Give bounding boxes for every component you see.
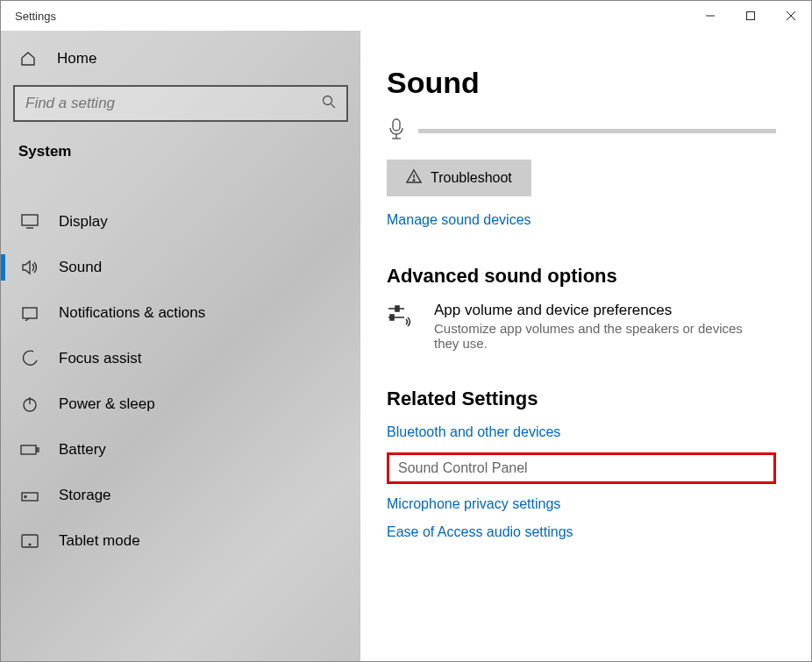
- sidebar-item-label: Focus assist: [59, 350, 141, 367]
- ease-of-access-audio-link[interactable]: Ease of Access audio settings: [387, 524, 776, 540]
- bluetooth-link[interactable]: Bluetooth and other devices: [387, 424, 776, 440]
- main-content: Sound Troubleshoot Manage sound devices …: [360, 31, 811, 661]
- svg-rect-17: [393, 119, 400, 131]
- sidebar-item-storage[interactable]: Storage: [1, 473, 360, 518]
- svg-rect-8: [23, 308, 37, 318]
- sidebar-item-label: Sound: [59, 259, 102, 276]
- sidebar-item-notifications[interactable]: Notifications & actions: [1, 290, 360, 336]
- svg-point-14: [25, 496, 26, 498]
- app-volume-pref[interactable]: App volume and device preferences Custom…: [387, 302, 776, 351]
- titlebar: Settings: [1, 1, 811, 31]
- search-box[interactable]: [13, 85, 348, 122]
- battery-icon: [20, 444, 39, 456]
- storage-icon: [20, 488, 39, 502]
- svg-rect-23: [395, 306, 399, 311]
- sidebar-item-label: Tablet mode: [59, 532, 140, 550]
- sidebar-item-display[interactable]: Display: [1, 199, 360, 245]
- display-icon: [20, 214, 39, 230]
- microphone-icon: [387, 117, 406, 144]
- pref-title: App volume and device preferences: [434, 302, 750, 319]
- sidebar-item-sound[interactable]: Sound: [1, 245, 360, 290]
- window-title: Settings: [15, 10, 56, 23]
- window-controls: [690, 1, 811, 31]
- svg-rect-11: [21, 445, 36, 454]
- related-heading: Related Settings: [387, 388, 776, 410]
- svg-rect-6: [22, 215, 38, 225]
- notifications-icon: [20, 305, 39, 321]
- sidebar-item-label: Battery: [59, 441, 106, 459]
- svg-line-5: [331, 104, 336, 109]
- warning-icon: [406, 168, 422, 188]
- search-input[interactable]: [25, 95, 313, 112]
- focus-assist-icon: [20, 350, 39, 367]
- maximize-button[interactable]: [730, 1, 771, 31]
- minimize-button[interactable]: [690, 1, 730, 31]
- sidebar-item-label: Notifications & actions: [59, 304, 205, 322]
- mic-privacy-link[interactable]: Microphone privacy settings: [387, 496, 776, 512]
- sidebar-item-focus-assist[interactable]: Focus assist: [1, 336, 360, 381]
- mic-level-row: [387, 117, 776, 144]
- troubleshoot-label: Troubleshoot: [431, 170, 512, 186]
- svg-rect-25: [390, 315, 394, 320]
- svg-rect-12: [37, 448, 39, 452]
- power-icon: [20, 395, 39, 413]
- tablet-icon: [20, 534, 39, 548]
- close-button[interactable]: [771, 1, 811, 31]
- sound-control-panel-link[interactable]: Sound Control Panel: [387, 452, 776, 484]
- svg-rect-1: [747, 12, 755, 20]
- advanced-heading: Advanced sound options: [387, 265, 776, 288]
- sidebar: Home System Display Sound No: [1, 31, 360, 661]
- sidebar-item-tablet-mode[interactable]: Tablet mode: [1, 518, 360, 564]
- sidebar-category: System: [1, 131, 360, 173]
- manage-sound-devices-link[interactable]: Manage sound devices: [387, 212, 776, 228]
- home-label: Home: [57, 50, 96, 68]
- pref-description: Customize app volumes and the speakers o…: [434, 321, 750, 351]
- home-icon: [18, 50, 38, 68]
- home-nav[interactable]: Home: [1, 38, 360, 80]
- related-links: Bluetooth and other devices Sound Contro…: [387, 424, 776, 540]
- sidebar-item-power-sleep[interactable]: Power & sleep: [1, 381, 360, 427]
- svg-point-4: [324, 96, 332, 105]
- sidebar-item-label: Display: [59, 213, 108, 231]
- sound-icon: [20, 260, 39, 275]
- svg-point-21: [413, 180, 414, 181]
- sidebar-item-label: Storage: [59, 487, 111, 504]
- page-title: Sound: [387, 66, 776, 100]
- mic-level-bar: [418, 129, 776, 133]
- search-icon: [322, 95, 336, 112]
- troubleshoot-button[interactable]: Troubleshoot: [387, 160, 531, 196]
- sliders-icon: [387, 302, 417, 331]
- sidebar-item-label: Power & sleep: [59, 395, 155, 413]
- svg-point-16: [29, 544, 31, 545]
- sidebar-item-battery[interactable]: Battery: [1, 427, 360, 473]
